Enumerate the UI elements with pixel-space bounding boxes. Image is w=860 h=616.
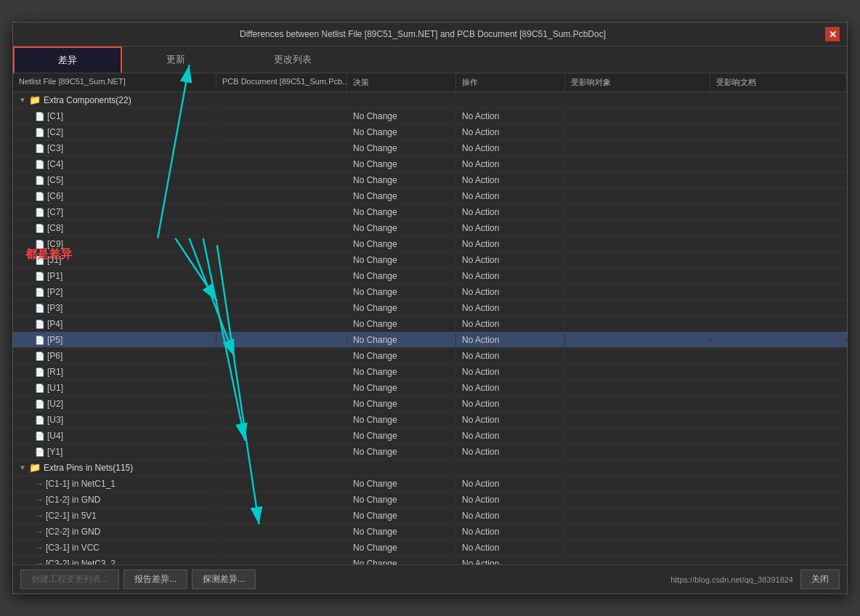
table-row[interactable]: →[C3-2] in NetC3_2 No Change No Action [13,556,847,564]
item-affected-obj [565,482,710,486]
item-affected-doc [710,498,847,502]
item-affected-obj [565,274,710,278]
pin-icon: → [35,559,44,565]
item-policy: No Change [347,109,456,123]
item-action: No Action [456,397,565,411]
item-pcb [216,242,347,246]
table-row[interactable]: 📄[Y1] No Change No Action [13,444,847,460]
table-row[interactable]: 📄[U2] No Change No Action [13,396,847,412]
pin-icon: → [35,495,44,505]
item-affected-doc [710,386,847,390]
table-row[interactable]: →[C2-1] in 5V1 No Change No Action [13,508,847,524]
table-row[interactable]: 📄[P3] No Change No Action [13,300,847,316]
table-row[interactable]: 📄[C7] No Change No Action [13,204,847,220]
tab-change-list[interactable]: 更改列表 [230,46,356,73]
table-row[interactable]: 📄[U1] No Change No Action [13,380,847,396]
table-row[interactable]: 📄[C4] No Change No Action [13,156,847,172]
detect-diff-button[interactable]: 探测差异... [192,570,256,589]
table-body[interactable]: ▼ 📁 Extra Components(22) 📄[C1] No Change… [13,92,847,564]
item-affected-doc [710,290,847,294]
table-row[interactable]: 📄[P5] No Change No Action [13,332,847,348]
item-affected-obj [565,162,710,166]
table-row[interactable]: 📄[P1] No Change No Action [13,268,847,284]
component-icon: 📄 [35,176,45,185]
tab-update[interactable]: 更新 [122,46,230,73]
table-row[interactable]: 📄[P6] No Change No Action [13,348,847,364]
item-affected-obj [565,514,710,518]
table-row[interactable]: 📄[C6] No Change No Action [13,188,847,204]
group-row-extra_components[interactable]: ▼ 📁 Extra Components(22) [13,92,847,108]
create-list-button[interactable]: 创建工程变更列表... [20,570,119,589]
item-pcb [216,226,347,230]
item-policy: No Change [347,125,456,139]
table-row[interactable]: →[C2-2] in GND No Change No Action [13,524,847,540]
item-pcb [216,514,347,518]
table-row[interactable]: 📄[C5] No Change No Action [13,172,847,188]
item-policy: No Change [347,540,456,555]
bottom-bar: 创建工程变更列表... 报告差异... 探测差异... https://blog… [13,564,847,593]
table-row[interactable]: 📄[C3] No Change No Action [13,140,847,156]
table-row[interactable]: →[C3-1] in VCC No Change No Action [13,540,847,556]
item-action: No Action [456,493,565,507]
item-pcb [216,194,347,198]
item-affected-obj [565,370,710,374]
item-policy: No Change [347,493,456,507]
table-row[interactable]: 📄[C8] No Change No Action [13,220,847,236]
item-name: →[C2-1] in 5V1 [13,508,216,523]
item-affected-obj [565,386,710,390]
item-affected-doc [710,482,847,486]
table-row[interactable]: →[C1-2] in GND No Change No Action [13,492,847,508]
item-affected-doc [710,274,847,278]
component-icon: 📄 [35,400,45,408]
item-action: No Action [456,125,565,139]
item-action: No Action [456,285,565,299]
group-label: ▼ 📁 Extra Pins in Nets(115) [13,460,216,475]
close-window-button[interactable]: ✕ [825,27,840,41]
table-row[interactable]: 📄[C9] No Change No Action [13,236,847,252]
table-row[interactable]: 📄[J1] No Change No Action [13,252,847,268]
item-affected-doc [710,402,847,406]
component-icon: 📄 [35,112,45,121]
tab-diff[interactable]: 差异 [13,46,122,73]
item-affected-doc [710,114,847,118]
item-affected-doc [710,210,847,214]
group-row-extra_pins[interactable]: ▼ 📁 Extra Pins in Nets(115) [13,460,847,476]
item-affected-obj [565,178,710,182]
pin-icon: → [35,543,44,553]
item-pcb [216,162,347,166]
table-row[interactable]: 📄[P4] No Change No Action [13,316,847,332]
item-name: 📄[C1] [13,109,216,123]
table-row[interactable]: 📄[P2] No Change No Action [13,284,847,300]
item-policy: No Change [347,253,456,267]
item-pcb [216,418,347,422]
report-diff-button[interactable]: 报告差异... [123,570,187,589]
table-row[interactable]: 📄[U4] No Change No Action [13,428,847,444]
item-affected-doc [710,354,847,358]
th-affected-doc: 受影响文档 [710,73,847,92]
component-icon: 📄 [35,160,45,169]
table-row[interactable]: 📄[U3] No Change No Action [13,412,847,428]
expand-icon: ▼ [19,96,26,104]
item-action: No Action [456,301,565,315]
table-row[interactable]: 📄[C1] No Change No Action [13,108,847,124]
item-affected-doc [710,130,847,134]
item-action: No Action [456,556,565,565]
component-icon: 📄 [35,336,45,344]
tabs-row: 差异 更新 更改列表 [13,46,847,73]
component-icon: 📄 [35,368,45,376]
close-button[interactable]: 关闭 [800,570,840,589]
bottom-right: https://blog.csdn.net/qq_38391824 关闭 [670,570,840,589]
table-row[interactable]: 📄[C2] No Change No Action [13,124,847,140]
pin-icon: → [35,511,44,521]
table-row[interactable]: 📄[R1] No Change No Action [13,364,847,380]
item-name: 📄[C3] [13,141,216,155]
component-icon: 📄 [35,447,45,456]
item-affected-doc [710,242,847,246]
expand-icon: ▼ [19,463,26,471]
item-pcb [216,482,347,486]
item-action: No Action [456,157,565,171]
item-pcb [216,450,347,454]
item-action: No Action [456,445,565,459]
item-affected-obj [565,450,710,454]
table-row[interactable]: →[C1-1] in NetC1_1 No Change No Action [13,476,847,492]
